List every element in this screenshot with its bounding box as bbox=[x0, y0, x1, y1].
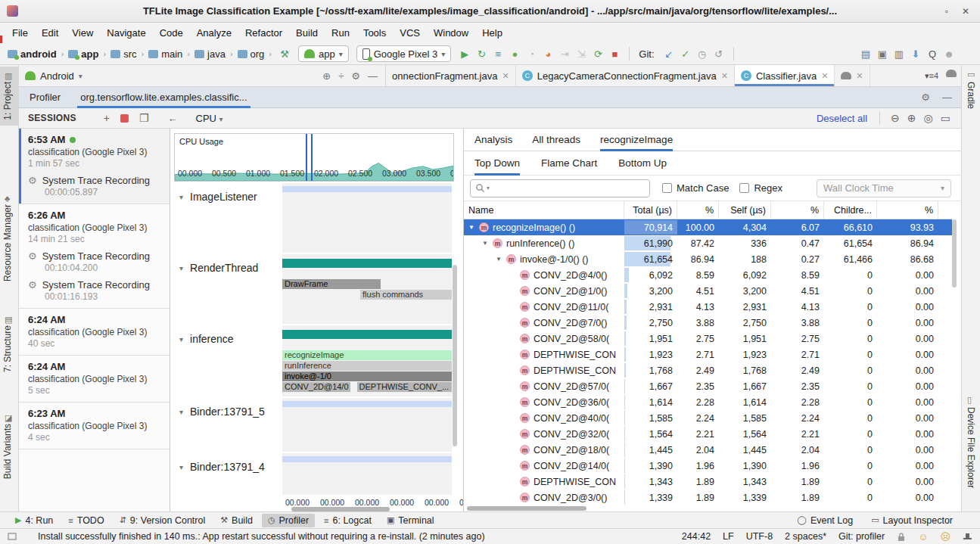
tool-window-button-9-version-control[interactable]: ⇵9: Version Control bbox=[114, 514, 212, 527]
regex-checkbox[interactable]: Regex bbox=[739, 182, 782, 194]
thread-name[interactable]: ▾Binder:13791_4 bbox=[179, 461, 265, 473]
menu-refactor[interactable]: Refactor bbox=[239, 25, 288, 41]
table-row[interactable]: mDEPTHWISE_CON1,3431.891,3431.8900.00 bbox=[464, 474, 952, 490]
happy-face-icon[interactable]: ☺ bbox=[918, 531, 928, 542]
locate-icon[interactable]: ⊕ bbox=[322, 70, 331, 82]
tool-button-build-variants[interactable]: Build Variants bbox=[2, 424, 13, 479]
thread-binder-13791-4[interactable]: ▾Binder:13791_4 bbox=[170, 453, 458, 495]
collapse-triangle-icon[interactable]: ▾ bbox=[179, 193, 183, 201]
selection-line[interactable] bbox=[306, 134, 307, 181]
debug-icon[interactable]: ● bbox=[506, 45, 523, 62]
menu-file[interactable]: File bbox=[6, 25, 34, 41]
avatar-icon[interactable]: ☻ bbox=[941, 45, 957, 62]
restart-activity-icon[interactable]: ⟳ bbox=[590, 45, 606, 62]
table-hscrollbar[interactable] bbox=[467, 506, 586, 511]
column-header-1[interactable]: Total (µs) bbox=[624, 201, 677, 219]
back-arrow-icon[interactable]: ← bbox=[168, 113, 178, 124]
add-session-icon[interactable]: + bbox=[104, 112, 110, 124]
table-vscrollbar[interactable] bbox=[952, 219, 957, 288]
table-row[interactable]: mCONV_2D@36/0(1,6142.281,6142.2800.00 bbox=[464, 394, 952, 410]
tool-button-1-project[interactable]: 1: Project bbox=[2, 82, 13, 120]
session-card[interactable]: 6:24 AMclassification (Google Pixel 3)5 … bbox=[19, 356, 170, 403]
lock-icon[interactable] bbox=[897, 532, 906, 542]
expand-triangle-icon[interactable]: ▼ bbox=[482, 240, 493, 247]
tool-window-button-4-run[interactable]: ▶4: Run bbox=[9, 514, 59, 527]
collapse-triangle-icon[interactable]: ▾ bbox=[179, 408, 183, 416]
apply-code-changes-icon[interactable]: ≡ bbox=[490, 45, 506, 62]
trace-event[interactable]: DrawFrame bbox=[282, 279, 381, 289]
system-trace-recording[interactable]: ⚙System Trace Recording bbox=[28, 250, 162, 262]
line-ending[interactable]: LF bbox=[723, 531, 734, 542]
breadcrumb-android[interactable]: android bbox=[20, 48, 57, 60]
trace-event[interactable]: runInference bbox=[282, 361, 452, 371]
session-card[interactable]: 6:24 AMclassification (Google Pixel 3)40… bbox=[19, 309, 170, 356]
menu-code[interactable]: Code bbox=[154, 25, 189, 41]
subtab-flame-chart[interactable]: Flame Chart bbox=[541, 151, 597, 176]
tool-window-button-event-log[interactable]: ◯Event Log bbox=[792, 514, 860, 527]
menu-vcs[interactable]: VCS bbox=[394, 25, 426, 41]
device-manager-icon[interactable]: ▥ bbox=[891, 45, 907, 62]
column-header-5[interactable]: Childre... bbox=[824, 201, 877, 219]
collapse-sessions-icon[interactable]: ❒ bbox=[139, 112, 149, 124]
gradle-build-icon[interactable] bbox=[943, 65, 960, 82]
menu-build[interactable]: Build bbox=[290, 25, 324, 41]
table-row[interactable]: mCONV_2D@40/0(1,5852.241,5852.2400.00 bbox=[464, 410, 952, 426]
breadcrumb-java[interactable]: java bbox=[207, 48, 226, 60]
thread-name[interactable]: ▾Binder:13791_5 bbox=[179, 406, 265, 418]
breadcrumb-main[interactable]: main bbox=[161, 48, 182, 60]
column-header-0[interactable]: Name bbox=[464, 201, 624, 219]
tool-window-button-6-logcat[interactable]: ≡6: Logcat bbox=[318, 514, 378, 527]
git-commit-icon[interactable]: ✓ bbox=[677, 45, 694, 62]
tab-analysis[interactable]: Analysis bbox=[474, 129, 512, 151]
breadcrumb-app[interactable]: app bbox=[81, 48, 98, 60]
tool-window-button-layout-inspector[interactable]: ▭Layout Inspector bbox=[865, 514, 959, 527]
menu-view[interactable]: View bbox=[66, 25, 99, 41]
stop-recording-icon[interactable] bbox=[120, 114, 129, 123]
profile-inactive-icon[interactable]: ◔ bbox=[523, 45, 540, 62]
run-icon[interactable]: ▶ bbox=[456, 45, 473, 62]
table-row[interactable]: mCONV_2D@3/0()1,3391.891,3391.8900.00 bbox=[464, 490, 952, 505]
trace-event[interactable]: invoke@-1/0 bbox=[282, 371, 452, 381]
tool-button-device-file-explorer[interactable]: Device File Explorer bbox=[966, 407, 976, 488]
collapse-all-icon[interactable]: ÷ bbox=[338, 70, 344, 82]
session-card[interactable]: 6:23 AMclassification (Google Pixel 3)4 … bbox=[19, 403, 170, 449]
trace-event[interactable]: DEPTHWISE_CONV_... bbox=[357, 382, 452, 392]
chevron-down-icon[interactable]: ▾ bbox=[79, 72, 82, 80]
trace-event[interactable]: flush commands bbox=[360, 290, 452, 300]
git-update-icon[interactable]: ↙ bbox=[661, 45, 677, 62]
attach-icon[interactable]: ⇲ bbox=[573, 45, 590, 62]
encoding[interactable]: UTF-8 bbox=[746, 531, 773, 542]
thread-name[interactable]: ▾RenderThread bbox=[179, 262, 258, 274]
menu-edit[interactable]: Edit bbox=[36, 25, 64, 41]
indent-setting[interactable]: 2 spaces* bbox=[785, 531, 826, 542]
reset-zoom-icon[interactable]: ◎ bbox=[924, 112, 933, 124]
search-everywhere-icon[interactable]: Q bbox=[924, 45, 941, 62]
collapse-triangle-icon[interactable]: ▾ bbox=[179, 463, 183, 471]
table-row[interactable]: ▼mrunInference() ()61,99087.423360.4761,… bbox=[464, 235, 952, 251]
menu-run[interactable]: Run bbox=[325, 25, 356, 41]
table-row[interactable]: mCONV_2D@14/0(1,3901.961,3901.9600.00 bbox=[464, 458, 952, 474]
trace-event[interactable]: CONV_2D@14/0 bbox=[282, 382, 350, 392]
tab-recognizeimage[interactable]: recognizeImage bbox=[600, 129, 673, 151]
table-row[interactable]: mCONV_2D@58/0(1,9512.751,9512.7500.00 bbox=[464, 331, 952, 347]
table-row[interactable]: mDEPTHWISE_CON1,9232.711,9232.7100.00 bbox=[464, 347, 952, 362]
match-case-checkbox[interactable]: Match Case bbox=[662, 182, 729, 194]
table-row[interactable]: mCONV_2D@4/0()6,0928.596,0928.5900.00 bbox=[464, 267, 952, 283]
session-card[interactable]: 6:53 AMclassification (Google Pixel 3)1 … bbox=[19, 129, 170, 204]
tool-button-gradle[interactable]: Gradle bbox=[966, 82, 976, 109]
run-anything-icon[interactable]: ▣ bbox=[874, 45, 891, 62]
tool-window-button-terminal[interactable]: ▣Terminal bbox=[381, 514, 440, 527]
collapse-triangle-icon[interactable]: ▾ bbox=[179, 335, 183, 343]
cpu-usage-chart[interactable]: CPU Usage 00.00000.50001.00001.50002.000… bbox=[174, 133, 454, 182]
profiler-tab-1[interactable]: org.tensorflow.lite.examples.classific..… bbox=[80, 87, 247, 108]
git-history-icon[interactable]: ◷ bbox=[694, 45, 711, 62]
thread-imagelistener[interactable]: ▾ImageListener bbox=[170, 183, 458, 253]
stop-icon[interactable]: ■ bbox=[606, 45, 623, 62]
tab-all-threads[interactable]: All threads bbox=[532, 129, 580, 151]
project-view-selector[interactable]: Android bbox=[40, 70, 74, 82]
subtab-bottom-up[interactable]: Bottom Up bbox=[618, 151, 667, 176]
menu-analyze[interactable]: Analyze bbox=[191, 25, 238, 41]
zoom-to-selection-icon[interactable]: ▭ bbox=[941, 112, 950, 124]
table-row[interactable]: mCONV_2D@57/0(1,6672.351,6672.3500.00 bbox=[464, 378, 952, 394]
column-header-3[interactable]: Self (µs) bbox=[719, 201, 771, 219]
